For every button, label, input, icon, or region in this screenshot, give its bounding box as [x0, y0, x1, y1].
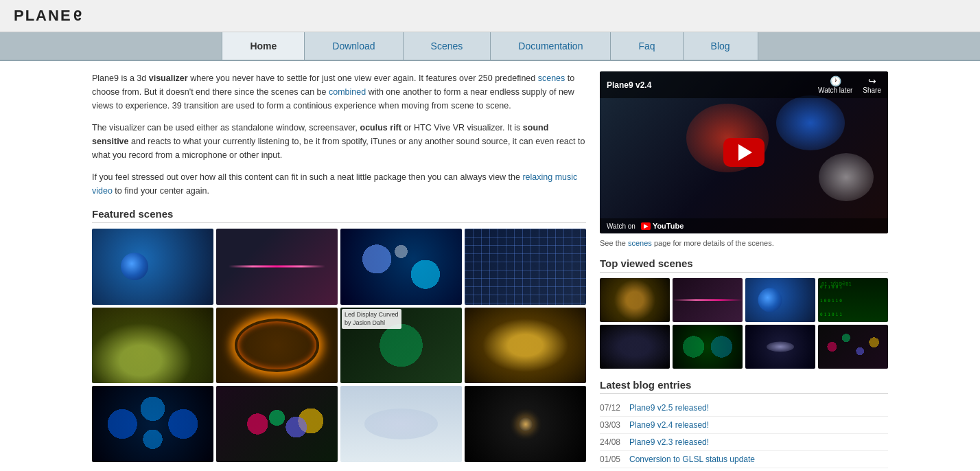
- scene-thumb[interactable]: [92, 308, 213, 384]
- blog-title: Latest blog entries: [600, 379, 888, 394]
- blog-date: 03/03: [600, 420, 624, 430]
- scene-thumb[interactable]: [465, 308, 586, 384]
- nav-documentation[interactable]: Documentation: [491, 32, 611, 60]
- matrix-row: 0 1 1 0 0 1: [820, 284, 886, 289]
- watch-later-btn[interactable]: 🕐 Watch later: [818, 76, 852, 94]
- matrix-overlay: 0 1 1 0 0 1 1 0 0 1 1 0: [818, 278, 888, 322]
- featured-title: Featured scenes: [92, 208, 586, 223]
- scene-thumb[interactable]: [216, 386, 338, 462]
- top-scene-thumb[interactable]: [600, 278, 670, 322]
- scenes-link[interactable]: scenes: [538, 73, 565, 83]
- scene-thumb-led[interactable]: Led Display Curvedby Jasion Dahl: [340, 308, 462, 384]
- blog-date: 01/05: [600, 455, 624, 464]
- blog-date: 07/12: [600, 403, 624, 413]
- nav-faq[interactable]: Faq: [611, 32, 683, 60]
- intro-p3: If you feel stressed out over how all th…: [92, 170, 586, 198]
- blog-date: 24/08: [600, 437, 624, 447]
- top-scenes-grid: 0 1 1 0 0 1 1 0 0 1 1 0: [600, 278, 888, 369]
- logo: PLANE9: [14, 7, 966, 25]
- top-scene-thumb[interactable]: [673, 278, 743, 322]
- video-play-button[interactable]: [723, 138, 765, 167]
- top-viewed-title: Top viewed scenes: [600, 257, 888, 273]
- blog-entry: 01/05 Conversion to GLSL status update: [600, 451, 888, 468]
- featured-scenes-grid: Led Display Curvedby Jasion Dahl: [92, 229, 586, 462]
- video-top-controls: 🕐 Watch later ↪ Share: [818, 76, 881, 94]
- combined-link[interactable]: combined: [329, 87, 366, 97]
- blog-link[interactable]: Conversion to GLSL status update: [629, 455, 755, 464]
- video-decor-white: [819, 153, 874, 201]
- scene-thumb[interactable]: [340, 386, 462, 462]
- video-title-bar: Plane9 v2.4 🕐 Watch later ↪ Share: [600, 71, 888, 98]
- blog-entry: 07/12 Plane9 v2.5 released!: [600, 400, 888, 417]
- scene-thumb[interactable]: [465, 386, 586, 462]
- logo-icon: 9: [72, 7, 82, 25]
- nav-home[interactable]: Home: [222, 32, 305, 60]
- header: PLANE9: [0, 0, 980, 32]
- share-btn[interactable]: ↪ Share: [863, 76, 881, 94]
- video-player[interactable]: Plane9 v2.4 🕐 Watch later ↪ Share: [600, 71, 888, 233]
- nav-blog[interactable]: Blog: [684, 32, 758, 60]
- top-scene-thumb[interactable]: [818, 325, 888, 369]
- main-content: Plane9 is a 3d visualizer where you neve…: [78, 61, 902, 471]
- watch-on-label: Watch on: [607, 222, 635, 230]
- blog-link[interactable]: Plane9 v2.4 released!: [629, 420, 709, 430]
- nav-scenes[interactable]: Scenes: [404, 32, 491, 60]
- blog-link[interactable]: Plane9 v2.3 released!: [629, 437, 709, 447]
- youtube-text: YouTube: [653, 222, 684, 230]
- scene-thumb[interactable]: [92, 386, 213, 462]
- music-video-link[interactable]: relaxing music video: [92, 172, 577, 196]
- blog-entries: 07/12 Plane9 v2.5 released! 03/03 Plane9…: [600, 400, 888, 468]
- blog-entry: 24/08 Plane9 v2.3 released!: [600, 434, 888, 451]
- top-scene-thumb[interactable]: [745, 325, 815, 369]
- matrix-row: 1 0 0 1 1 0: [820, 298, 886, 303]
- top-scene-thumb[interactable]: [600, 325, 670, 369]
- left-column: Plane9 is a 3d visualizer where you neve…: [92, 71, 586, 471]
- top-scene-thumb[interactable]: [673, 325, 743, 369]
- video-container: Plane9 v2.4 🕐 Watch later ↪ Share: [600, 71, 888, 233]
- top-scene-thumb-matrix[interactable]: 0 1 1 0 0 1 1 0 0 1 1 0: [818, 278, 888, 322]
- right-column: Plane9 v2.4 🕐 Watch later ↪ Share: [600, 71, 888, 471]
- top-scene-thumb[interactable]: [745, 278, 815, 322]
- scene-thumb[interactable]: [340, 229, 462, 305]
- scene-thumb[interactable]: [92, 229, 213, 305]
- scene-thumb[interactable]: [216, 308, 338, 384]
- video-bottom-bar: Watch on ▶ YouTube: [600, 218, 888, 233]
- video-decor-blue: [776, 95, 845, 150]
- matrix-row: 0 1 1 0 1 1: [820, 312, 886, 317]
- scenes-caption-link[interactable]: scenes: [628, 239, 652, 247]
- video-caption: See the scenes page for more details of …: [600, 239, 888, 247]
- intro-p1: Plane9 is a 3d visualizer where you neve…: [92, 71, 586, 113]
- intro-p2: The visualizer can be used either as sta…: [92, 121, 586, 162]
- youtube-logo: ▶ YouTube: [641, 222, 684, 230]
- video-title: Plane9 v2.4: [607, 80, 651, 90]
- blog-entry: 03/03 Plane9 v2.4 released!: [600, 417, 888, 434]
- blog-link[interactable]: Plane9 v2.5 released!: [629, 403, 709, 413]
- scene-thumb[interactable]: [216, 229, 338, 305]
- scene-thumb[interactable]: [465, 229, 586, 305]
- yt-icon: ▶: [641, 222, 651, 230]
- nav-download[interactable]: Download: [305, 32, 403, 60]
- navigation: Home Download Scenes Documentation Faq B…: [0, 32, 980, 61]
